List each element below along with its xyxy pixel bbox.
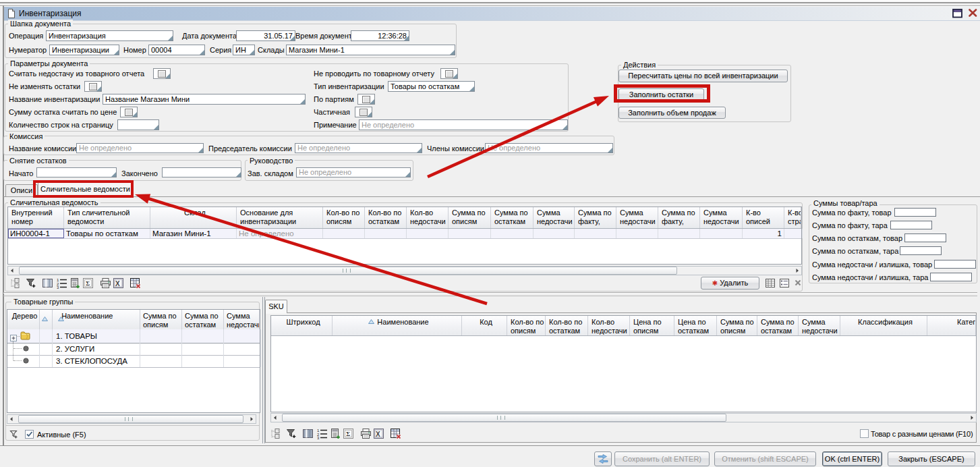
svg-text:3: 3 — [57, 285, 59, 289]
svg-text:3: 3 — [317, 436, 320, 439]
svg-text:X: X — [376, 431, 380, 438]
svg-text:X: X — [115, 280, 120, 287]
svg-text:Σ: Σ — [346, 431, 350, 437]
svg-text:Σ: Σ — [86, 280, 90, 287]
